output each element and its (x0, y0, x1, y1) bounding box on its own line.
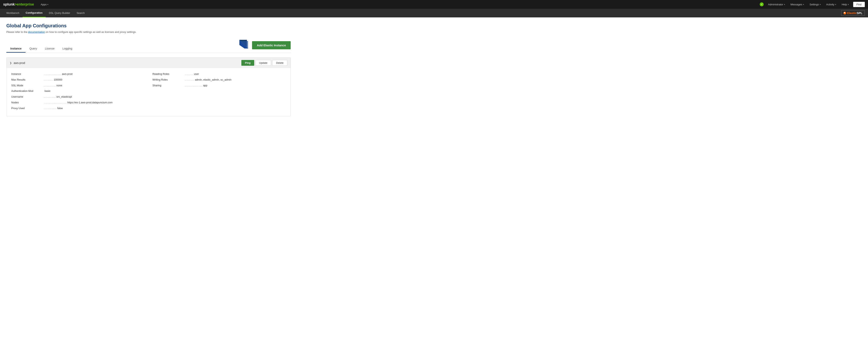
desc-suffix: on how to configure app specific setting… (45, 30, 136, 33)
main-content: Global App Configurations Please refer t… (0, 18, 297, 122)
update-button[interactable]: Update (255, 60, 271, 66)
detail-row: SSL Mode.............none (11, 84, 145, 88)
help-label: Help (842, 3, 847, 6)
detail-key: SSL Mode (11, 84, 43, 88)
activity-nav-item[interactable]: Activity ▾ (824, 0, 839, 9)
tab-logging[interactable]: Logging (58, 45, 76, 53)
brand-logo: splunk>enterprise (3, 2, 34, 6)
detail-value: aws-prod (62, 72, 72, 76)
dsl-query-builder-nav-item[interactable]: DSL Query Builder (46, 9, 73, 18)
settings-label: Settings (810, 3, 819, 6)
secondary-navigation: Workbench Configuration DSL Query Builde… (0, 9, 868, 18)
detail-value: basic (44, 89, 51, 93)
elastic-logo-dot (843, 12, 846, 14)
detail-dots: ................... (185, 84, 203, 88)
detail-key: Max Results (11, 78, 43, 82)
apps-label: Apps (41, 3, 47, 6)
detail-row: Max Results..........100000 (11, 78, 145, 82)
configuration-nav-item[interactable]: Configuration (23, 9, 46, 18)
detail-dots: ............. (44, 95, 56, 99)
arrow-indicator-icon (239, 39, 249, 49)
detail-key: Nodes (11, 101, 43, 105)
tab-license[interactable]: License (41, 45, 58, 53)
settings-nav-item[interactable]: Settings ▾ (807, 0, 824, 9)
detail-value: false (57, 106, 63, 110)
administrator-arrow: ▾ (784, 3, 785, 5)
documentation-link[interactable]: documentation (28, 30, 45, 33)
detail-dots: ............. (44, 84, 56, 88)
elasticspl-logo: Elastic SPL (841, 10, 865, 16)
page-description: Please refer to the documentation on how… (6, 30, 291, 33)
detail-dots: ......... (185, 72, 193, 76)
add-elastic-instance-button[interactable]: Add Elastic Instance (252, 41, 291, 49)
messages-arrow: ▾ (803, 3, 804, 5)
detail-value: user (194, 72, 199, 76)
gt-symbol: > (14, 2, 17, 6)
detail-value: 100000 (54, 78, 62, 82)
detail-key: Authentication Mod (11, 89, 43, 93)
apps-nav-item[interactable]: Apps ▾ (38, 0, 51, 9)
activity-label: Activity (826, 3, 834, 6)
instance-header: ❯ aws-prod Ping Update Delete (6, 58, 290, 68)
instance-header-left: ❯ aws-prod (10, 61, 25, 65)
detail-key: Proxy Used (11, 106, 43, 110)
action-row: Add Elastic Instance (239, 39, 291, 49)
detail-row: Nodes.........................https://es… (11, 101, 145, 105)
detail-key: Username (11, 95, 43, 99)
detail-dots: .............. (44, 106, 57, 110)
apps-arrow: ▾ (47, 3, 48, 5)
administrator-nav-item[interactable]: Administrator ▾ (765, 0, 788, 9)
detail-key: Sharing (152, 84, 184, 88)
detail-row: Username.............srv_elasticspl (11, 95, 145, 99)
search-nav-item[interactable]: Search (73, 9, 88, 18)
detail-column-left: Instance...................aws-prodMax R… (11, 72, 145, 112)
detail-row: Reading Roles.........user (152, 72, 286, 76)
detail-column-right: Reading Roles.........userWriting Roles.… (152, 72, 286, 112)
detail-dots: ................... (44, 72, 61, 76)
detail-value: app (203, 84, 208, 88)
tab-instance[interactable]: Instance (6, 45, 26, 53)
settings-arrow: ▾ (820, 3, 821, 5)
detail-key: Writing Roles (152, 78, 184, 82)
detail-row: Authentication Modbasic (11, 89, 145, 93)
top-navigation: splunk>enterprise Apps ▾ Administrator ▾… (0, 0, 868, 9)
messages-nav-item[interactable]: Messages ▾ (788, 0, 807, 9)
help-nav-item[interactable]: Help ▾ (839, 0, 851, 9)
status-indicator (760, 2, 764, 6)
detail-key: Instance (11, 72, 43, 76)
ping-button[interactable]: Ping (241, 60, 254, 66)
detail-value: https://es-1.aws-prod.datapunctum.com (67, 101, 113, 105)
splunk-wordmark: splunk> (3, 2, 17, 6)
desc-prefix: Please refer to the (6, 30, 28, 33)
detail-row: Proxy Used..............false (11, 106, 145, 110)
instance-header-buttons: Ping Update Delete (241, 60, 287, 66)
delete-button[interactable]: Delete (272, 60, 287, 66)
tab-query[interactable]: Query (26, 45, 41, 53)
enterprise-wordmark: enterprise (17, 2, 34, 6)
activity-arrow: ▾ (835, 3, 836, 5)
instance-name-label: aws-prod (14, 61, 25, 65)
collapse-icon[interactable]: ❯ (10, 62, 12, 64)
detail-dots: .......... (44, 78, 53, 82)
instance-section: ❯ aws-prod Ping Update Delete Instance..… (6, 57, 291, 116)
detail-row: Instance...................aws-prod (11, 72, 145, 76)
messages-label: Messages (790, 3, 802, 6)
help-arrow: ▾ (848, 3, 849, 5)
detail-value: srv_elasticspl (56, 95, 72, 99)
detail-key: Reading Roles (152, 72, 184, 76)
elastic-text: Elastic (847, 11, 857, 14)
page-title: Global App Configurations (6, 23, 291, 29)
detail-row: Sharing...................app (152, 84, 286, 88)
workbench-nav-item[interactable]: Workbench (3, 9, 23, 18)
find-button[interactable]: Find (853, 2, 865, 7)
detail-value: none (56, 84, 62, 88)
detail-dots: ......................... (44, 101, 66, 105)
administrator-label: Administrator (768, 3, 783, 6)
detail-dots: .......... (185, 78, 194, 82)
spl-text: SPL (857, 11, 863, 14)
configuration-tabs: Instance Query License Logging (6, 45, 239, 53)
detail-row: Writing Roles..........admin, elastic_ad… (152, 78, 286, 82)
detail-value: admin, elastic_admin, sc_admin (195, 78, 231, 82)
instance-details: Instance...................aws-prodMax R… (6, 68, 290, 116)
